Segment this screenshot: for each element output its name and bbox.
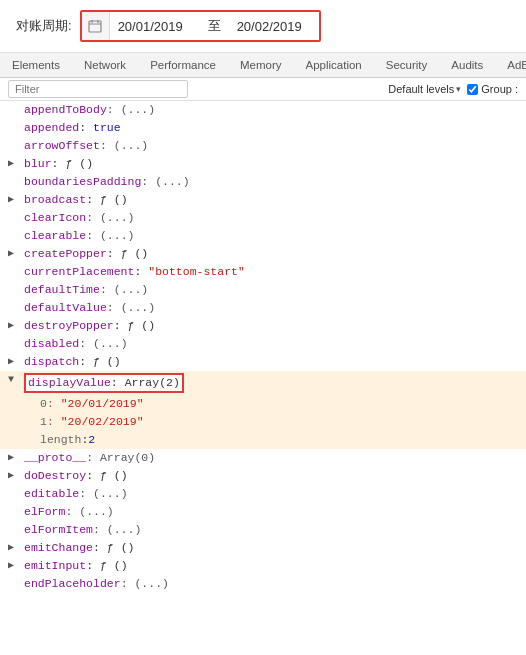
console-line: currentPlacement: "bottom-start" xyxy=(0,263,526,281)
console-line: ▶emitChange: ƒ () xyxy=(0,539,526,557)
date-range-wrapper: 至 xyxy=(80,10,321,42)
date-separator: 至 xyxy=(200,17,229,35)
svg-rect-0 xyxy=(89,21,101,32)
console-line: ▶createPopper: ƒ () xyxy=(0,245,526,263)
console-line: clearable: (...) xyxy=(0,227,526,245)
expand-arrow-icon[interactable]: ▼ xyxy=(8,372,14,388)
console-line: appended: true xyxy=(0,119,526,137)
console-line: ▶emitInput: ƒ () xyxy=(0,557,526,575)
tab-performance[interactable]: Performance xyxy=(138,53,228,77)
date-start-input[interactable] xyxy=(110,15,200,38)
console-line: 1: "20/02/2019" xyxy=(0,413,526,431)
tab-memory[interactable]: Memory xyxy=(228,53,294,77)
console-line: endPlaceholder: (...) xyxy=(0,575,526,593)
calendar-icon[interactable] xyxy=(82,12,110,40)
collapse-arrow-icon[interactable]: ▶ xyxy=(8,156,14,172)
date-end-input[interactable] xyxy=(229,15,319,38)
console-line: elForm: (...) xyxy=(0,503,526,521)
console-line: boundariesPadding: (...) xyxy=(0,173,526,191)
console-line: length: 2 xyxy=(0,431,526,449)
tab-network[interactable]: Network xyxy=(72,53,138,77)
tab-audits[interactable]: Audits xyxy=(439,53,495,77)
default-levels-dropdown[interactable]: Default levels ▾ xyxy=(388,83,461,95)
default-levels-label: Default levels xyxy=(388,83,454,95)
form-area: 对账周期: 至 xyxy=(0,0,526,53)
console-line: defaultValue: (...) xyxy=(0,299,526,317)
collapse-arrow-icon[interactable]: ▶ xyxy=(8,558,14,574)
console-line: ▼displayValue: Array(2) xyxy=(0,371,526,395)
console-line: 0: "20/01/2019" xyxy=(0,395,526,413)
collapse-arrow-icon[interactable]: ▶ xyxy=(8,246,14,262)
console-line: ▶__proto__: Array(0) xyxy=(0,449,526,467)
console-line: appendToBody: (...) xyxy=(0,101,526,119)
console-area: appendToBody: (...)appended: truearrowOf… xyxy=(0,101,526,596)
console-line: editable: (...) xyxy=(0,485,526,503)
console-line: ▶doDestroy: ƒ () xyxy=(0,467,526,485)
form-row: 对账周期: 至 xyxy=(16,10,510,42)
tab-adblock[interactable]: AdBlock xyxy=(495,53,526,77)
tab-security[interactable]: Security xyxy=(374,53,440,77)
group-label: Group : xyxy=(481,83,518,95)
devtools-toolbar: Default levels ▾ Group : xyxy=(0,78,526,101)
group-checkbox[interactable] xyxy=(467,84,478,95)
form-label: 对账周期: xyxy=(16,17,72,35)
group-checkbox-label[interactable]: Group : xyxy=(467,83,518,95)
tab-elements[interactable]: Elements xyxy=(0,53,72,77)
console-line: defaultTime: (...) xyxy=(0,281,526,299)
console-line: ▶destroyPopper: ƒ () xyxy=(0,317,526,335)
collapse-arrow-icon[interactable]: ▶ xyxy=(8,468,14,484)
console-line: disabled: (...) xyxy=(0,335,526,353)
console-line: elFormItem: (...) xyxy=(0,521,526,539)
toolbar-right: Default levels ▾ Group : xyxy=(388,83,518,95)
tab-application[interactable]: Application xyxy=(294,53,374,77)
console-line: ▶blur: ƒ () xyxy=(0,155,526,173)
console-line: ▶dispatch: ƒ () xyxy=(0,353,526,371)
collapse-arrow-icon[interactable]: ▶ xyxy=(8,318,14,334)
collapse-arrow-icon[interactable]: ▶ xyxy=(8,354,14,370)
filter-input[interactable] xyxy=(8,80,188,98)
console-line: clearIcon: (...) xyxy=(0,209,526,227)
collapse-arrow-icon[interactable]: ▶ xyxy=(8,192,14,208)
devtools-tabs: Elements Network Performance Memory Appl… xyxy=(0,53,526,78)
console-line: firstInputId: (...) xyxy=(0,593,526,596)
console-line: ▶broadcast: ƒ () xyxy=(0,191,526,209)
dropdown-arrow-icon: ▾ xyxy=(456,84,461,94)
collapse-arrow-icon[interactable]: ▶ xyxy=(8,450,14,466)
collapse-arrow-icon[interactable]: ▶ xyxy=(8,540,14,556)
console-line: arrowOffset: (...) xyxy=(0,137,526,155)
